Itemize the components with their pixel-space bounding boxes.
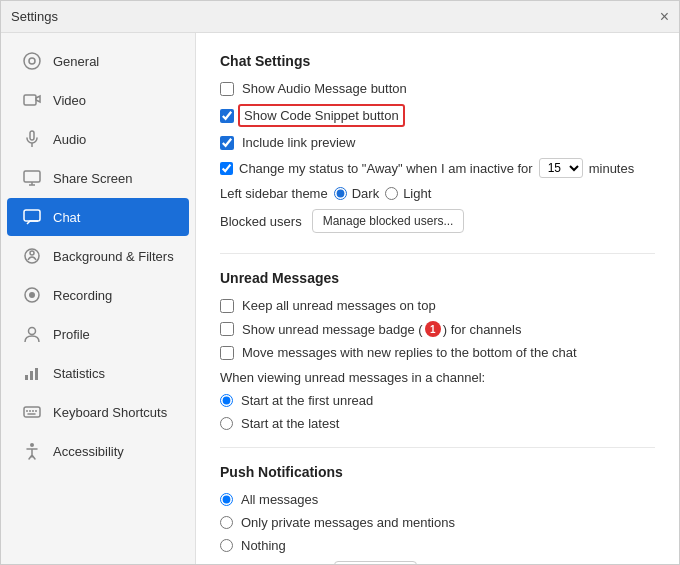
start-first-unread-radio[interactable] (220, 394, 233, 407)
show-code-snippet-row: Show Code Snippet button (220, 104, 655, 127)
start-latest-label: Start at the latest (241, 416, 339, 431)
change-status-prefix: Change my status to "Away" when I am ina… (239, 161, 533, 176)
sidebar-theme-row: Left sidebar theme Dark Light (220, 186, 655, 201)
sidebar-theme-dark-radio[interactable] (334, 187, 347, 200)
keep-on-top-row: Keep all unread messages on top (220, 298, 655, 313)
sidebar-item-recording[interactable]: Recording (7, 276, 189, 314)
show-badge-label-before: Show unread message badge ( (242, 322, 423, 337)
nothing-label: Nothing (241, 538, 286, 553)
all-messages-row: All messages (220, 492, 655, 507)
svg-point-1 (29, 58, 35, 64)
unread-messages-section: Unread Messages Keep all unread messages… (220, 270, 655, 431)
settings-window: Settings × General (0, 0, 680, 565)
start-latest-radio[interactable] (220, 417, 233, 430)
sidebar-item-audio[interactable]: Audio (7, 120, 189, 158)
unread-badge: 1 (425, 321, 441, 337)
sidebar-item-keyboard-shortcuts[interactable]: Keyboard Shortcuts (7, 393, 189, 431)
sidebar-label-share-screen: Share Screen (53, 171, 133, 186)
close-button[interactable]: × (660, 9, 669, 25)
move-with-replies-checkbox[interactable] (220, 346, 234, 360)
start-first-unread-row: Start at the first unread (220, 393, 655, 408)
move-with-replies-row: Move messages with new replies to the bo… (220, 345, 655, 360)
start-first-unread-label: Start at the first unread (241, 393, 373, 408)
gear-icon (21, 50, 43, 72)
show-code-snippet-checkbox[interactable] (220, 109, 234, 123)
sidebar-label-profile: Profile (53, 327, 90, 342)
chat-icon (21, 206, 43, 228)
sidebar-item-chat[interactable]: Chat (7, 198, 189, 236)
profile-icon (21, 323, 43, 345)
svg-point-12 (29, 292, 35, 298)
sidebar-item-accessibility[interactable]: Accessibility (7, 432, 189, 470)
keep-on-top-checkbox[interactable] (220, 299, 234, 313)
svg-point-13 (29, 328, 36, 335)
chat-settings-section: Chat Settings Show Audio Message button … (220, 53, 655, 233)
sidebar-theme-light-radio[interactable] (385, 187, 398, 200)
show-badge-label-after: ) for channels (443, 322, 522, 337)
show-badge-row: Show unread message badge ( 1 ) for chan… (220, 321, 655, 337)
statistics-icon (21, 362, 43, 384)
exception-row: With exception for Channels... (220, 561, 655, 564)
keep-on-top-label: Keep all unread messages on top (242, 298, 436, 313)
show-badge-checkbox[interactable] (220, 322, 234, 336)
svg-rect-2 (24, 95, 36, 105)
svg-point-10 (30, 251, 34, 255)
channels-button[interactable]: Channels... (334, 561, 417, 564)
svg-rect-5 (24, 171, 40, 182)
show-code-snippet-label: Show Code Snippet button (238, 104, 405, 127)
divider-1 (220, 253, 655, 254)
include-link-preview-checkbox[interactable] (220, 136, 234, 150)
chat-settings-title: Chat Settings (220, 53, 655, 69)
svg-rect-16 (35, 368, 38, 380)
keyboard-icon (21, 401, 43, 423)
sidebar-theme-dark-radio-row: Dark (334, 186, 379, 201)
include-link-preview-row: Include link preview (220, 135, 655, 150)
nothing-radio[interactable] (220, 539, 233, 552)
change-status-checkbox[interactable] (220, 162, 233, 175)
svg-rect-15 (30, 371, 33, 380)
unread-messages-title: Unread Messages (220, 270, 655, 286)
push-notifications-title: Push Notifications (220, 464, 655, 480)
svg-rect-3 (30, 131, 34, 140)
sidebar-label-video: Video (53, 93, 86, 108)
svg-rect-17 (24, 407, 40, 417)
sidebar-label-audio: Audio (53, 132, 86, 147)
sidebar-label-chat: Chat (53, 210, 80, 225)
move-with-replies-label: Move messages with new replies to the bo… (242, 345, 577, 360)
sidebar-label-background-filters: Background & Filters (53, 249, 174, 264)
show-audio-message-label: Show Audio Message button (242, 81, 407, 96)
sidebar-label-general: General (53, 54, 99, 69)
sidebar-item-profile[interactable]: Profile (7, 315, 189, 353)
private-messages-radio[interactable] (220, 516, 233, 529)
main-content: Chat Settings Show Audio Message button … (196, 33, 679, 564)
inactive-minutes-select[interactable]: 5 10 15 20 30 (539, 158, 583, 178)
sidebar-item-general[interactable]: General (7, 42, 189, 80)
all-messages-label: All messages (241, 492, 318, 507)
sidebar-item-statistics[interactable]: Statistics (7, 354, 189, 392)
private-messages-row: Only private messages and mentions (220, 515, 655, 530)
share-screen-icon (21, 167, 43, 189)
titlebar: Settings × (1, 1, 679, 33)
nothing-row: Nothing (220, 538, 655, 553)
audio-icon (21, 128, 43, 150)
show-audio-message-checkbox[interactable] (220, 82, 234, 96)
sidebar-item-video[interactable]: Video (7, 81, 189, 119)
sidebar-item-share-screen[interactable]: Share Screen (7, 159, 189, 197)
sidebar-label-accessibility: Accessibility (53, 444, 124, 459)
manage-blocked-users-button[interactable]: Manage blocked users... (312, 209, 465, 233)
sidebar: General Video (1, 33, 196, 564)
push-notifications-section: Push Notifications All messages Only pri… (220, 464, 655, 564)
window-title: Settings (11, 9, 58, 24)
recording-icon (21, 284, 43, 306)
svg-point-23 (30, 443, 34, 447)
change-status-suffix: minutes (589, 161, 635, 176)
sidebar-theme-light-radio-row: Light (385, 186, 431, 201)
sidebar-item-background-filters[interactable]: Background & Filters (7, 237, 189, 275)
sidebar-theme-label: Left sidebar theme (220, 186, 328, 201)
all-messages-radio[interactable] (220, 493, 233, 506)
svg-point-0 (24, 53, 40, 69)
svg-rect-14 (25, 375, 28, 380)
video-icon (21, 89, 43, 111)
include-link-preview-label: Include link preview (242, 135, 355, 150)
sidebar-label-keyboard-shortcuts: Keyboard Shortcuts (53, 405, 167, 420)
